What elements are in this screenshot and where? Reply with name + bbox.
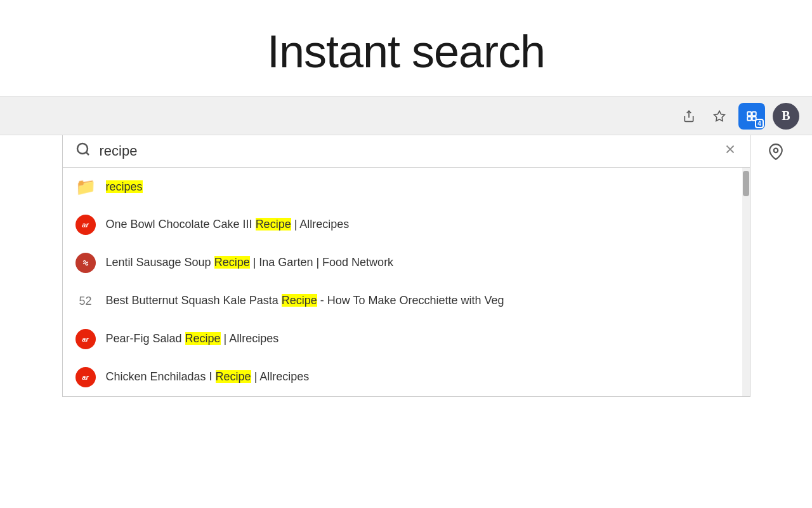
highlight-text: Recipe — [256, 218, 291, 231]
svg-line-7 — [86, 152, 88, 155]
scrollbar-thumb[interactable] — [743, 171, 749, 196]
list-item[interactable]: ar Chicken Enchiladas I Recipe | Allreci… — [63, 358, 750, 396]
svg-rect-4 — [747, 116, 751, 120]
list-item[interactable]: 52 Best Butternut Squash Kale Pasta Reci… — [63, 282, 750, 320]
result-text: recipes — [106, 180, 143, 194]
result-text: Best Butternut Squash Kale Pasta Recipe … — [106, 293, 737, 309]
search-results-dropdown: 📁 recipes ar One Bowl Chocolate Cake III… — [62, 168, 750, 397]
search-icon — [75, 142, 91, 161]
svg-point-11 — [80, 258, 91, 269]
result-text: Chicken Enchiladas I Recipe | Allrecipes — [106, 369, 737, 385]
pin-button[interactable] — [760, 136, 792, 168]
allrecipes-favicon: ar — [75, 215, 96, 235]
search-area: 📁 recipes ar One Bowl Chocolate Cake III… — [0, 135, 812, 397]
svg-rect-3 — [752, 112, 756, 116]
tab-count-badge: 4 — [755, 119, 764, 128]
list-item[interactable]: ar One Bowl Chocolate Cake III Recipe | … — [63, 206, 750, 244]
result-text: Lentil Sausage Soup Recipe | Ina Garten … — [106, 255, 737, 271]
svg-marker-1 — [714, 110, 725, 121]
folder-icon: 📁 — [75, 177, 96, 197]
svg-point-6 — [77, 144, 88, 154]
page-title-area: Instant search — [0, 0, 812, 97]
b-extension-button[interactable]: B — [773, 103, 799, 130]
list-item[interactable]: 📁 recipes — [63, 168, 750, 206]
list-item[interactable]: ar Pear-Fig Salad Recipe | Allrecipes — [63, 320, 750, 358]
list-item[interactable]: Lentil Sausage Soup Recipe | Ina Garten … — [63, 244, 750, 282]
highlight-text: Recipe — [216, 370, 251, 383]
allrecipes-favicon: ar — [75, 329, 96, 349]
search-clear-button[interactable] — [723, 142, 737, 160]
search-box — [62, 135, 750, 168]
browser-toolbar: 4 B — [0, 97, 812, 135]
scrollbar[interactable] — [742, 168, 750, 396]
svg-point-10 — [773, 148, 778, 152]
share-button[interactable] — [678, 105, 700, 128]
highlight-text: Recipe — [282, 294, 317, 307]
highlight-text: Recipe — [185, 332, 221, 345]
highlight-text: Recipe — [214, 256, 250, 269]
foodnetwork-favicon — [75, 253, 96, 273]
allrecipes-favicon: ar — [75, 367, 96, 387]
tab-button[interactable]: 4 — [738, 103, 765, 130]
bookmark-button[interactable] — [708, 105, 731, 128]
result-text: Pear-Fig Salad Recipe | Allrecipes — [106, 331, 737, 347]
highlight-text: recipes — [106, 180, 143, 193]
number-favicon: 52 — [75, 291, 96, 311]
search-input[interactable] — [100, 143, 714, 159]
search-results-container: 📁 recipes ar One Bowl Chocolate Cake III… — [0, 168, 812, 397]
page-title: Instant search — [0, 25, 812, 77]
svg-rect-2 — [747, 112, 751, 116]
result-text: One Bowl Chocolate Cake III Recipe | All… — [106, 217, 737, 232]
